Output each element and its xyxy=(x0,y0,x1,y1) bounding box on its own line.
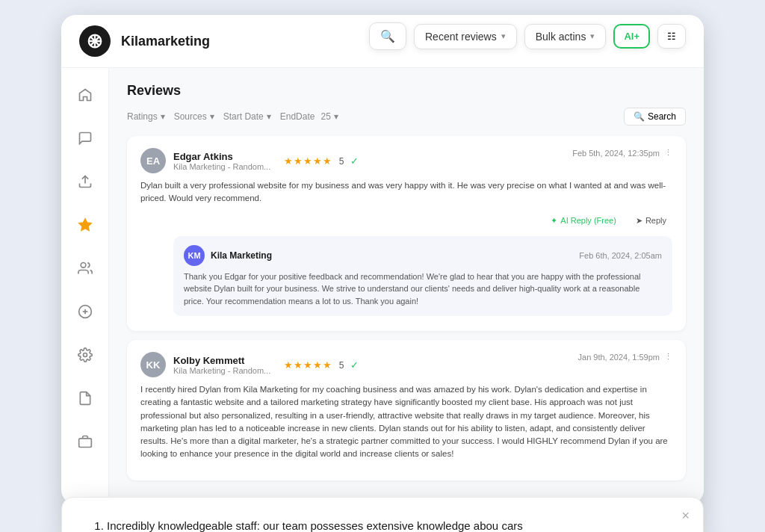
sidebar-item-upload[interactable] xyxy=(72,168,99,195)
reply-date: Feb 6th, 2024, 2:05am xyxy=(579,251,662,260)
sidebar-item-settings[interactable] xyxy=(72,341,99,368)
ai-panel: × Incredibly knowledgeable staff: our te… xyxy=(61,497,704,533)
sidebar-item-home[interactable] xyxy=(72,81,99,108)
content-area: Reviews Ratings ▾ Sources ▾ Start Date ▾ xyxy=(109,68,704,504)
sidebar-item-billing[interactable] xyxy=(72,298,99,325)
sidebar-item-documents[interactable] xyxy=(72,385,99,412)
app-wrapper: Kilamarketing 🔍 Recent reviews ▾ Bulk ac… xyxy=(61,15,704,532)
reply-name: Kila Marketing xyxy=(211,250,272,261)
reply-body: Thank you Edgar for your positive feedba… xyxy=(184,270,662,308)
review-body-2: I recently hired Dylan from Kila Marketi… xyxy=(140,383,672,461)
review-card: EA Edgar Atkins Kila Marketing - Random.… xyxy=(127,136,686,331)
sidebar-item-reviews[interactable] xyxy=(72,211,99,238)
chevron-down-icon-sources: ▾ xyxy=(210,111,214,122)
reply-button[interactable]: ➤ Reply xyxy=(630,213,672,229)
svg-rect-12 xyxy=(78,439,91,448)
avatar-2: KK xyxy=(140,352,166,377)
sidebar-item-group[interactable] xyxy=(72,428,99,455)
share-icon-2[interactable]: ⋮ xyxy=(664,352,672,362)
bulk-actions-dropdown[interactable]: Bulk actins ▾ xyxy=(524,24,607,49)
chevron-down-icon-start: ▾ xyxy=(267,111,271,122)
chevron-down-icon: ▾ xyxy=(501,31,506,41)
filter-end-date[interactable]: EndDate 25 ▾ xyxy=(280,111,338,122)
filter-ratings[interactable]: Ratings ▾ xyxy=(127,111,165,122)
review-header-2: KK Kolby Kemmett Kila Marketing - Random… xyxy=(140,352,672,377)
review-body: Dylan built a very professional website … xyxy=(140,179,672,205)
app-card: Kilamarketing 🔍 Recent reviews ▾ Bulk ac… xyxy=(61,15,704,504)
reviewer-info: EA Edgar Atkins Kila Marketing - Random.… xyxy=(140,148,359,173)
star-rating: ★★★★★ xyxy=(284,155,332,167)
svg-marker-6 xyxy=(78,219,91,231)
avatar: EA xyxy=(140,148,166,173)
filter-sources[interactable]: Sources ▾ xyxy=(174,111,214,122)
filter-bar: Ratings ▾ Sources ▾ Start Date ▾ EndDate xyxy=(127,108,686,126)
ai-button[interactable]: AI+ xyxy=(613,24,650,49)
sidebar-item-messages[interactable] xyxy=(72,125,99,152)
reviewer-sub: Kila Marketing - Random... xyxy=(173,162,270,171)
review-date: Feb 5th, 2024, 12:35pm ⋮ xyxy=(572,148,672,158)
svg-point-7 xyxy=(81,263,86,268)
verified-icon-2: ✓ xyxy=(350,359,359,371)
share-icon[interactable]: ⋮ xyxy=(664,148,672,158)
sidebar xyxy=(61,68,109,504)
search-icon-sm: 🔍 xyxy=(634,111,645,122)
filter-icon: ☷ xyxy=(667,31,676,42)
chevron-down-icon-ratings: ▾ xyxy=(161,111,165,122)
star-rating-2: ★★★★★ xyxy=(284,359,332,371)
reply-icon: ➤ xyxy=(636,216,642,226)
search-icon: 🔍 xyxy=(380,29,395,43)
reviewer-info-2: KK Kolby Kemmett Kila Marketing - Random… xyxy=(140,352,359,377)
chevron-down-icon-end: ▾ xyxy=(334,111,338,122)
star-count-2: 5 xyxy=(339,360,344,371)
reply-avatar: KM xyxy=(184,245,205,266)
filter-start-date[interactable]: Start Date ▾ xyxy=(223,111,271,122)
svg-point-11 xyxy=(83,353,87,357)
sidebar-item-people[interactable] xyxy=(72,255,99,282)
ai-reply-icon: ✦ xyxy=(551,216,557,226)
recent-reviews-dropdown[interactable]: Recent reviews ▾ xyxy=(414,24,517,49)
toolbar: 🔍 Recent reviews ▾ Bulk actins ▾ AI+ ☷ xyxy=(369,22,686,50)
list-item: Incredibly knowledgeable staff: our team… xyxy=(107,517,679,533)
review-header: EA Edgar Atkins Kila Marketing - Random.… xyxy=(140,148,672,173)
verified-icon: ✓ xyxy=(350,155,359,167)
review-actions: ✦ AI Reply (Free) ➤ Reply xyxy=(140,213,672,229)
reviewer-name-2: Kolby Kemmett xyxy=(173,355,270,366)
filter-button[interactable]: ☷ xyxy=(657,24,686,49)
reviewer-sub-2: Kila Marketing - Random... xyxy=(173,366,270,375)
star-count: 5 xyxy=(339,156,344,167)
ai-suggestions-list: Incredibly knowledgeable staff: our team… xyxy=(86,517,679,533)
main-content: Reviews Ratings ▾ Sources ▾ Start Date ▾ xyxy=(61,68,704,504)
search-box[interactable]: 🔍 xyxy=(369,22,406,50)
page-title: Reviews xyxy=(127,83,686,99)
review-date-2: Jan 9th, 2024, 1:59pm ⋮ xyxy=(578,352,672,362)
top-bar: Kilamarketing 🔍 Recent reviews ▾ Bulk ac… xyxy=(61,15,704,68)
logo xyxy=(79,25,111,57)
search-button[interactable]: 🔍 Search xyxy=(624,108,686,126)
chevron-down-icon-bulk: ▾ xyxy=(590,31,595,41)
reply-card: KM Kila Marketing Feb 6th, 2024, 2:05am … xyxy=(173,236,672,317)
ai-reply-button[interactable]: ✦ AI Reply (Free) xyxy=(545,213,622,229)
review-card-2: KK Kolby Kemmett Kila Marketing - Random… xyxy=(127,340,686,480)
close-button[interactable]: × xyxy=(681,508,690,524)
reviewer-name: Edgar Atkins xyxy=(173,151,270,162)
reply-header: KM Kila Marketing Feb 6th, 2024, 2:05am xyxy=(184,245,662,266)
